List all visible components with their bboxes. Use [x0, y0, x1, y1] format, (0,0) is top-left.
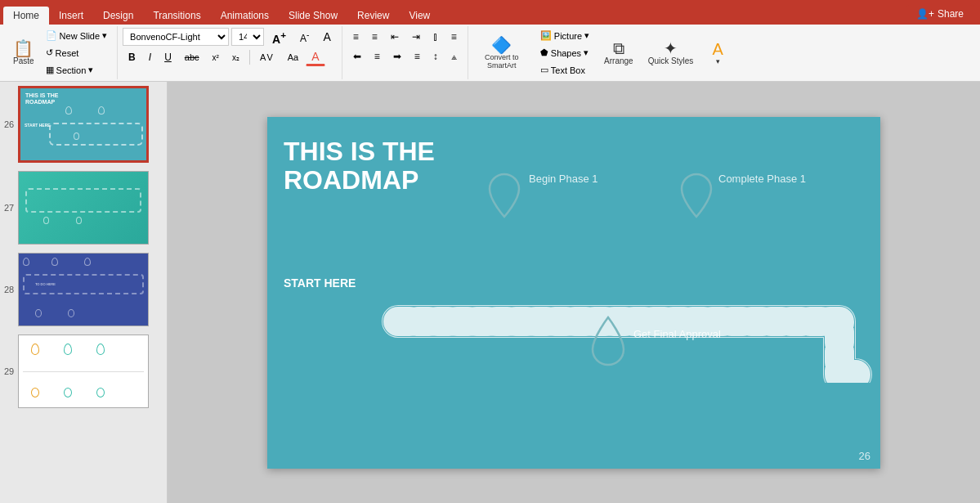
italic-button[interactable]: I [143, 48, 157, 66]
share-button[interactable]: 👤+ Share [906, 5, 973, 23]
section-icon: ▦ [46, 65, 54, 75]
new-slide-dropdown-icon: ▾ [102, 30, 107, 41]
bold-button[interactable]: B [123, 48, 141, 66]
new-slide-icon: 📄 [46, 30, 57, 41]
numbered-button[interactable]: ≡ [366, 28, 383, 46]
font-color-button[interactable]: A [306, 48, 324, 66]
ribbon-tabs: Home Insert Design Transitions Animation… [0, 0, 980, 25]
text-box-icon: ▭ [540, 65, 548, 75]
pin-1-icon [484, 166, 525, 231]
smartart-icon: 🔷 [491, 37, 512, 53]
pin-3-icon [586, 313, 631, 375]
underline-button[interactable]: U [159, 48, 177, 66]
reset-icon: ↺ [46, 47, 53, 58]
new-slide-button[interactable]: 📄 New Slide ▾ [41, 28, 113, 43]
text-case-button[interactable]: Aa [282, 48, 304, 66]
start-here-label: START HERE [284, 276, 356, 290]
align-left-button[interactable]: ⬅ [347, 47, 367, 65]
paragraph-group: ≡ ≡ ⇤ ⇥ ⫿ ≡ ⬅ ≡ ➡ ≡ ↕ ⟁ [342, 26, 468, 79]
tab-design[interactable]: Design [93, 7, 143, 25]
pin-2-icon [676, 166, 717, 231]
pin-1-label: Begin Phase 1 [529, 173, 598, 185]
convert-to-smartart-button[interactable]: 🔷 Convert to SmartArt [473, 30, 530, 75]
shapes-button[interactable]: ⬟ Shapes ▾ [535, 45, 594, 61]
picture-button[interactable]: 🖼️ Picture ▾ [535, 28, 594, 43]
tab-animations[interactable]: Animations [211, 7, 279, 25]
font-color2-button[interactable]: A ▾ [703, 30, 732, 75]
slide-27-thumbnail[interactable] [18, 171, 149, 245]
slide-26-number: 26 [4, 119, 14, 129]
line-space-button[interactable]: ↕ [427, 47, 444, 65]
picture-dropdown-icon: ▾ [584, 30, 589, 41]
strikethrough-button[interactable]: abc [179, 48, 205, 66]
align-center-button[interactable]: ≡ [369, 47, 386, 65]
align-right-button[interactable]: ➡ [387, 47, 407, 65]
tab-review[interactable]: Review [347, 7, 399, 25]
section-button[interactable]: ▦ Section ▾ [41, 62, 113, 78]
clipboard-content: 📋 Paste 📄 New Slide ▾ ↺ Reset ▦ Section … [8, 28, 112, 78]
tab-insert[interactable]: Insert [49, 7, 93, 25]
slide-28-number: 28 [4, 285, 14, 294]
char-spacing-button[interactable]: AV [254, 48, 280, 66]
font-size-down-button[interactable]: A- [294, 28, 315, 46]
shapes-icon: ⬟ [540, 47, 548, 58]
text-box-button[interactable]: ▭ Text Box [535, 62, 594, 78]
slide-29-number: 29 [4, 366, 14, 376]
pin-2-label: Complete Phase 1 [718, 173, 806, 185]
tab-slideshow[interactable]: Slide Show [279, 7, 347, 25]
indent-more-button[interactable]: ⇥ [406, 28, 426, 46]
quick-styles-button[interactable]: ✦ Quick Styles [643, 30, 699, 75]
reset-button[interactable]: ↺ Reset [41, 45, 113, 61]
slide-27-number: 27 [4, 203, 14, 213]
slides-panel: 26 THIS IS THEROADMAP START HERE 27 [0, 82, 168, 503]
slide-26-thumbnail[interactable]: THIS IS THEROADMAP START HERE [18, 86, 149, 163]
paste-button[interactable]: 📋 Paste [8, 30, 39, 75]
paste-icon: 📋 [13, 40, 34, 56]
justify-button[interactable]: ≡ [409, 47, 426, 65]
subscript-button[interactable]: x₂ [226, 48, 245, 66]
drawing-group: 🔷 Convert to SmartArt 🖼️ Picture ▾ ⬟ Sha… [468, 26, 737, 79]
font-group: BonvenoCF-Light 14 A+ A- A B I U abc x² … [118, 26, 342, 79]
tab-home[interactable]: Home [3, 7, 49, 25]
slide-28-thumbnail[interactable]: TO DO HERE [18, 253, 149, 326]
tab-view[interactable]: View [399, 7, 440, 25]
font-size-select[interactable]: 14 [231, 28, 264, 46]
slide-number-badge: 26 [859, 450, 870, 462]
arrange-icon: ⧉ [613, 40, 624, 56]
tab-transitions[interactable]: Transitions [143, 7, 210, 25]
text-direction-button[interactable]: ⟁ [445, 47, 463, 65]
slide-title: THIS IS THE ROADMAP [284, 137, 435, 195]
font-size-up-button[interactable]: A+ [266, 28, 292, 46]
slide-29-thumbnail[interactable] [18, 335, 149, 408]
picture-icon: 🖼️ [540, 30, 552, 41]
pin-2: Complete Phase 1 [676, 166, 717, 234]
font-color2-icon: A [713, 41, 723, 57]
main-area: 26 THIS IS THEROADMAP START HERE 27 [0, 82, 980, 503]
slide-canvas[interactable]: THIS IS THE ROADMAP START HERE Begin Pha… [267, 117, 880, 469]
canvas-area: THIS IS THE ROADMAP START HERE Begin Pha… [168, 82, 980, 503]
indent-less-button[interactable]: ⇤ [385, 28, 405, 46]
share-icon: 👤+ [916, 8, 934, 20]
pin-3-label: Get Final Approval [633, 328, 721, 340]
pin-1: Begin Phase 1 [484, 166, 525, 234]
superscript-button[interactable]: x² [207, 48, 225, 66]
align-button[interactable]: ≡ [445, 28, 463, 46]
font-family-select[interactable]: BonvenoCF-Light [123, 28, 229, 46]
col-button[interactable]: ⫿ [427, 28, 444, 46]
section-dropdown-icon: ▾ [88, 65, 93, 75]
bullets-button[interactable]: ≡ [347, 28, 365, 46]
clipboard-group: 📋 Paste 📄 New Slide ▾ ↺ Reset ▦ Section … [3, 26, 118, 79]
clear-format-button[interactable]: A [317, 28, 336, 46]
shapes-dropdown-icon: ▾ [584, 47, 588, 58]
quick-styles-icon: ✦ [664, 40, 678, 56]
ribbon-body: 📋 Paste 📄 New Slide ▾ ↺ Reset ▦ Section … [0, 25, 980, 82]
arrange-button[interactable]: ⧉ Arrange [599, 30, 638, 75]
ribbon: Home Insert Design Transitions Animation… [0, 0, 980, 25]
pin-3: Get Final Approval [586, 313, 631, 377]
